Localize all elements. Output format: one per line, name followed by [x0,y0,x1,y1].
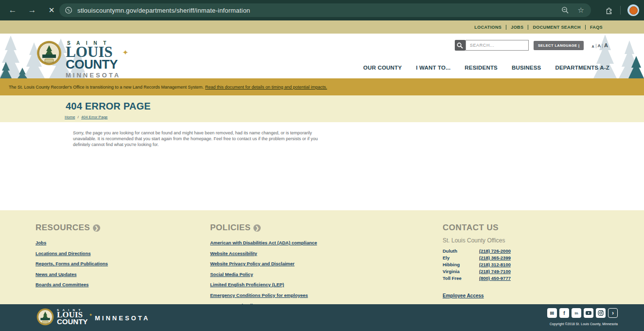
screen: ← → ✕ stlouiscountymn.gov/departments/sh… [0,0,644,331]
footer-contact-section: CONTACT US St. Louis County Offices Dulu… [443,223,511,299]
main-nav-item[interactable]: RESIDENTS [465,65,498,71]
utility-nav: LOCATIONSJOBSDOCUMENT SEARCHFAQS [0,20,644,34]
linkedin-icon[interactable]: in [572,308,581,318]
youtube-icon[interactable] [584,308,593,318]
forward-icon[interactable]: → [25,3,39,17]
page-head-band: 404 ERROR PAGE Home / 404 Error Page [0,95,644,122]
footer-link[interactable]: Website Accessibility [210,251,257,256]
footer-link-item: Jobs [36,238,108,246]
county-logo[interactable]: S A I N T LOUIS ✦ COUNTY MINNESOTA [36,40,121,78]
footer-link-item: News and Updates [36,269,108,278]
bottom-footer: S A I N T LOUIS ✦ COUNTY MINNESOTA ✉ f i… [0,304,644,331]
logo-state-text: MINNESOTA [66,72,121,78]
font-size-small[interactable]: A [591,45,594,48]
footer-link-item: Social Media Policy [210,269,330,278]
office-phone-link[interactable]: (218) 726-2000 [479,248,511,254]
footer-link-item: Website Privacy Policy and Disclaimer [210,258,330,267]
arrow-right-icon[interactable]: › [608,308,618,318]
facebook-icon[interactable]: f [559,308,569,318]
office-phone-link[interactable]: (218) 749-7100 [479,269,511,274]
county-seal-icon [36,40,62,66]
footer-link-item: Website Accessibility [210,248,330,257]
social-icons: ✉ f in › [547,308,618,318]
toolbar-divider [620,6,621,15]
footer-link-item: Locations and Directions [36,248,108,257]
policies-arrow-icon[interactable]: ❯ [253,224,261,232]
footer-link-item: Reports, Forms and Publications [36,258,108,267]
utility-nav-item[interactable]: LOCATIONS [470,25,506,30]
footer-link[interactable]: American with Disabilities Act (ADA) com… [210,240,317,245]
zoom-icon[interactable] [561,6,569,14]
office-list: Duluth (218) 726-2000 Ely (218) 365-2399… [443,248,511,281]
footer-link[interactable]: Jobs [36,240,46,245]
employee-access-link[interactable]: Employee Access [443,293,484,298]
main-nav-item[interactable]: OUR COUNTY [363,65,402,71]
office-phone-link[interactable]: (218) 365-2399 [479,255,511,260]
footer-link[interactable]: Locations and Directions [36,251,91,256]
footer-logo[interactable]: S A I N T LOUIS ✦ COUNTY [36,308,88,326]
office-phone-link[interactable]: (800) 450-9777 [479,276,511,281]
search-icon [457,42,463,49]
office-row: Ely (218) 365-2399 [443,255,511,260]
main-nav-item[interactable]: I WANT TO... [416,65,450,71]
search-input[interactable] [465,40,529,51]
close-icon[interactable]: ✕ [45,3,58,17]
footer-logo-county: COUNTY [57,318,88,325]
url-text[interactable]: stlouiscountymn.gov/departments/sheriff/… [77,7,250,14]
alert-link[interactable]: Read this document for details on timing… [205,85,327,90]
footer-link[interactable]: Emergency Conditions Policy for employee… [210,293,308,298]
footer-link[interactable]: Website Privacy Policy and Disclaimer [210,261,295,266]
footer-link[interactable]: News and Updates [36,272,76,277]
office-row: Hibbing (218) 312-8100 [443,262,511,267]
main-content: Sorry, the page you are looking for cann… [0,122,644,210]
office-name: Hibbing [443,262,479,267]
page-title: 404 ERROR PAGE [66,101,644,112]
footer-link[interactable]: Boards and Committees [36,282,89,287]
footer-link-item: American with Disabilities Act (ADA) com… [210,238,330,246]
site-info-icon[interactable] [65,6,72,14]
font-size-controls: A A A [591,42,608,48]
alert-text: The St. Louis County Recorder's Office i… [9,85,204,90]
logo-county-text: COUNTY [66,58,121,71]
resources-arrow-icon[interactable]: ❯ [93,224,100,232]
footer-link[interactable]: Limited English Proficiency (LEP) [210,282,284,287]
office-name: Virginia [443,269,479,274]
footer-link-item: Boards and Committees [36,279,108,288]
profile-avatar[interactable] [627,4,639,16]
search-button[interactable] [455,40,465,51]
instagram-icon[interactable] [596,308,606,318]
utility-nav-list: LOCATIONSJOBSDOCUMENT SEARCHFAQS [470,25,607,30]
bookmark-star-icon[interactable]: ☆ [578,6,584,15]
office-name: Toll Free [443,276,479,281]
footer-seal-icon [36,308,54,326]
font-size-large[interactable]: A [604,42,608,48]
office-row: Virginia (218) 749-7100 [443,269,511,274]
footer-link[interactable]: Reports, Forms and Publications [36,261,108,266]
main-nav-item[interactable]: BUSINESS [512,65,541,71]
logo-diamond-icon: ✦ [122,48,128,57]
select-language-button[interactable]: SELECT LANGUAGE | [534,41,584,50]
utility-nav-item[interactable]: DOCUMENT SEARCH [528,25,585,30]
office-phone-link[interactable]: (218) 312-8100 [479,262,511,267]
utility-nav-item[interactable]: JOBS [506,25,528,30]
office-row: Toll Free (800) 450-9777 [443,276,511,281]
email-icon[interactable]: ✉ [547,308,557,318]
font-size-medium[interactable]: A [598,43,601,48]
breadcrumb-home-link[interactable]: Home [65,115,75,119]
alert-banner: The St. Louis County Recorder's Office i… [0,78,644,95]
utility-nav-item[interactable]: FAQS [585,25,607,30]
error-message-text: Sorry, the page you are looking for cann… [73,130,323,148]
main-nav-item[interactable]: DEPARTMENTS A-Z [555,65,609,71]
back-icon[interactable]: ← [6,3,19,17]
address-bar[interactable]: stlouiscountymn.gov/departments/sheriff/… [59,3,591,17]
office-row: Duluth (218) 726-2000 [443,248,511,254]
browser-toolbar: ← → ✕ stlouiscountymn.gov/departments/sh… [0,0,644,20]
breadcrumb-current-link[interactable]: 404 Error Page [81,115,107,119]
policies-title: POLICIES ❯ [210,223,330,233]
footer-link-item: Emergency Conditions Policy for employee… [210,290,330,299]
footer-resources-section: RESOURCES ❯ JobsLocations and Directions… [36,223,108,290]
office-name: Ely [443,255,479,260]
footer-link[interactable]: Social Media Policy [210,272,253,277]
extensions-icon[interactable] [605,6,613,15]
contact-title: CONTACT US [443,223,511,233]
